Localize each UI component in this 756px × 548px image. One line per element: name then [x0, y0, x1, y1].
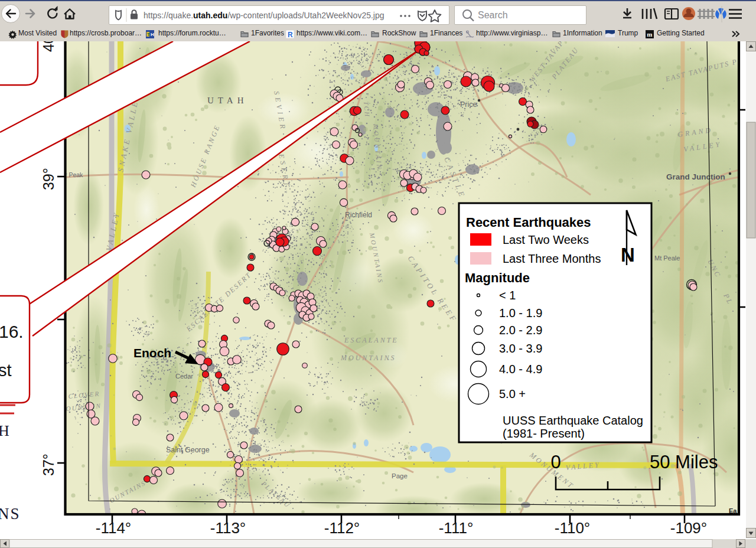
svg-text:40°: 40° — [40, 41, 57, 52]
svg-text:m: m — [647, 31, 652, 38]
svg-text:Price: Price — [460, 100, 477, 109]
svg-text:TCH: TCH — [363, 101, 371, 118]
svg-text:UTAH: UTAH — [207, 96, 247, 105]
svg-text:MOUNTAINS: MOUNTAINS — [340, 354, 396, 362]
svg-text:(1981- Present): (1981- Present) — [503, 427, 585, 440]
svg-text:-113°: -113° — [210, 519, 246, 537]
svg-text:-114°: -114° — [96, 519, 132, 537]
svg-text:< 1: < 1 — [499, 289, 516, 302]
svg-text:-109°: -109° — [670, 519, 707, 537]
svg-text:-112°: -112° — [324, 519, 360, 537]
svg-text:Grand Junction: Grand Junction — [666, 172, 725, 181]
svg-text:Enoch: Enoch — [133, 346, 171, 360]
svg-text:1.0 - 1.9: 1.0 - 1.9 — [499, 306, 542, 319]
svg-text:T: T — [147, 32, 150, 37]
svg-text:H: H — [0, 422, 9, 439]
svg-text:Mt Peale: Mt Peale — [654, 255, 680, 262]
svg-text:R: R — [288, 31, 293, 39]
svg-text:st: st — [0, 361, 12, 380]
svg-text:5.0 +: 5.0 + — [499, 387, 526, 400]
svg-text:Richfield: Richfield — [345, 211, 372, 219]
svg-text:H: H — [151, 32, 154, 37]
svg-text:39°: 39° — [40, 168, 57, 190]
svg-text:Saint George: Saint George — [166, 446, 210, 454]
svg-text:2.0 - 2.9: 2.0 - 2.9 — [499, 324, 542, 337]
svg-text:UUSS Earthquake Catalog: UUSS Earthquake Catalog — [503, 414, 643, 427]
svg-text:Cedar: Cedar — [175, 373, 193, 380]
svg-text:-110°: -110° — [555, 519, 591, 537]
svg-text:ESCALANTE: ESCALANTE — [344, 336, 399, 344]
svg-text:4.0 - 4.9: 4.0 - 4.9 — [499, 363, 542, 376]
svg-text:Search: Search — [478, 10, 508, 20]
svg-text:Last Three Months: Last Three Months — [503, 252, 601, 265]
svg-text:50 Miles: 50 Miles — [650, 452, 718, 472]
svg-text:0: 0 — [550, 452, 561, 472]
svg-text:Recent Earthquakes: Recent Earthquakes — [466, 215, 591, 230]
svg-text:N: N — [621, 244, 635, 266]
svg-text:3.0 - 3.9: 3.0 - 3.9 — [499, 342, 542, 355]
svg-text:Last Two Weeks: Last Two Weeks — [503, 233, 589, 246]
svg-text:Page: Page — [392, 472, 408, 480]
svg-text:Magnitude: Magnitude — [465, 270, 530, 285]
svg-text:NS: NS — [0, 505, 21, 523]
svg-text:16.: 16. — [0, 322, 24, 341]
svg-text:37°: 37° — [40, 454, 57, 476]
svg-text:r Peak: r Peak — [65, 171, 83, 178]
svg-text:-111°: -111° — [439, 519, 474, 537]
svg-text:https://quake.utah.edu/wp-cont: https://quake.utah.edu/wp-content/upload… — [144, 11, 384, 20]
